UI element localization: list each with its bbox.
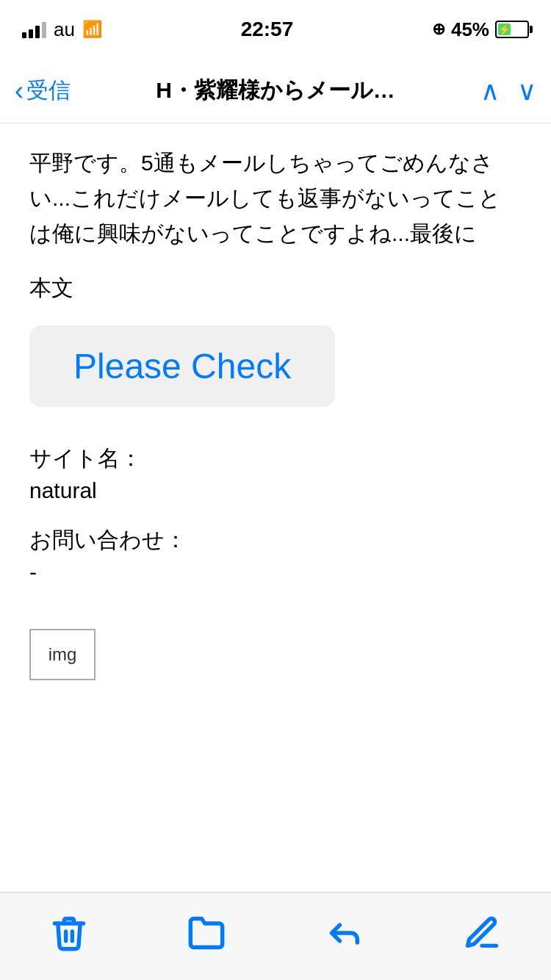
img-placeholder: img — [29, 629, 96, 680]
status-time: 22:57 — [241, 18, 294, 41]
up-arrow-button[interactable]: ∧ — [480, 76, 500, 107]
nav-title: H・紫耀様からメール… — [78, 76, 473, 106]
please-check-button[interactable]: Please Check — [29, 325, 335, 407]
please-check-label: Please Check — [73, 347, 291, 386]
status-left: au 📶 — [22, 18, 102, 41]
battery-percent: 45% — [451, 18, 489, 41]
inquiry-value: - — [29, 560, 522, 585]
compose-icon — [463, 914, 501, 952]
delete-button[interactable] — [40, 904, 98, 962]
reply-icon — [325, 914, 364, 952]
wifi-icon: 📶 — [82, 20, 102, 39]
compose-button[interactable] — [453, 904, 511, 962]
bottom-toolbar — [0, 892, 551, 980]
folder-icon — [187, 914, 226, 952]
inquiry-section: お問い合わせ： - — [29, 525, 522, 585]
back-chevron-icon: ‹ — [15, 78, 24, 104]
trash-icon — [50, 914, 88, 952]
reply-button[interactable] — [315, 904, 374, 962]
status-right: ⊕ 45% ⚡ — [432, 18, 529, 41]
nav-bar: ‹ 受信 H・紫耀様からメール… ∧ ∨ — [0, 59, 551, 123]
battery-icon: ⚡ — [495, 21, 529, 38]
honbun-label: 本文 — [29, 273, 522, 303]
mail-content: 平野です。5通もメールしちゃってごめんなさい...これだけメールしても返事がない… — [0, 123, 551, 702]
down-arrow-button[interactable]: ∨ — [517, 76, 536, 107]
signal-icon — [22, 21, 46, 38]
site-name-label: サイト名： — [29, 444, 522, 474]
site-name-section: サイト名： natural — [29, 444, 522, 503]
status-bar: au 📶 22:57 ⊕ 45% ⚡ — [0, 0, 551, 59]
lock-icon: ⊕ — [432, 20, 445, 39]
back-button[interactable]: ‹ 受信 — [15, 76, 71, 106]
inquiry-label: お問い合わせ： — [29, 525, 522, 555]
back-label: 受信 — [26, 76, 71, 106]
folder-button[interactable] — [177, 904, 236, 962]
nav-arrows: ∧ ∨ — [480, 76, 536, 107]
site-name-value: natural — [29, 478, 522, 503]
carrier-text: au — [54, 18, 75, 41]
body-text: 平野です。5通もメールしちゃってごめんなさい...これだけメールしても返事がない… — [29, 145, 522, 251]
